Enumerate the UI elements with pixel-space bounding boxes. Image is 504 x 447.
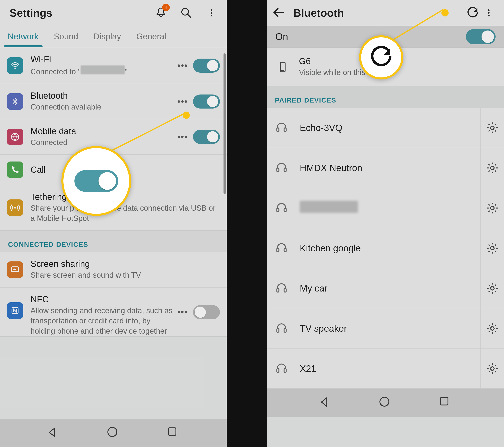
mobile-data-sub: Connected bbox=[31, 137, 177, 148]
device-name: X21 bbox=[300, 363, 316, 374]
row-bluetooth[interactable]: Bluetooth Connection available ••• bbox=[0, 84, 227, 119]
paired-device-row[interactable]: TV speaker bbox=[267, 308, 504, 348]
refresh-button[interactable] bbox=[465, 5, 481, 21]
bluetooth-status-label: On bbox=[275, 31, 288, 42]
tab-network[interactable]: Network bbox=[0, 26, 46, 47]
nav-home[interactable] bbox=[378, 396, 393, 410]
svg-rect-11 bbox=[168, 428, 176, 435]
wifi-sub: Connected to "" bbox=[31, 65, 177, 77]
screen-sharing-icon bbox=[7, 261, 23, 278]
device-name: Kitchen google bbox=[300, 243, 361, 253]
wifi-toggle[interactable] bbox=[193, 59, 220, 73]
headphones-icon bbox=[275, 282, 288, 295]
section-paired-devices: PAIRED DEVICES bbox=[267, 86, 504, 108]
wifi-more[interactable]: ••• bbox=[177, 60, 188, 71]
system-navbar bbox=[0, 419, 227, 447]
device-settings-button[interactable] bbox=[480, 148, 504, 188]
settings-header: Settings 1 bbox=[0, 0, 227, 26]
device-settings-button[interactable] bbox=[480, 188, 504, 228]
svg-point-3 bbox=[211, 12, 212, 14]
settings-title: Settings bbox=[10, 7, 153, 19]
svg-rect-33 bbox=[284, 328, 286, 332]
device-name-redacted bbox=[300, 201, 358, 213]
nav-back[interactable] bbox=[46, 426, 60, 440]
svg-rect-20 bbox=[277, 168, 279, 172]
paired-devices-list: Echo-3VQHMDX NeutronKitchen googleMy car… bbox=[267, 108, 504, 389]
svg-rect-35 bbox=[277, 369, 279, 372]
device-name: Echo-3VQ bbox=[300, 123, 342, 133]
nav-home[interactable] bbox=[106, 426, 120, 440]
mobile-data-toggle[interactable] bbox=[193, 130, 220, 144]
tab-general[interactable]: General bbox=[129, 26, 174, 47]
paired-device-row[interactable]: Kitchen google bbox=[267, 228, 504, 268]
headphones-icon bbox=[275, 121, 288, 134]
nav-recents[interactable] bbox=[166, 426, 180, 440]
device-settings-button[interactable] bbox=[480, 308, 504, 348]
bluetooth-master-toggle[interactable] bbox=[466, 29, 496, 44]
bluetooth-icon bbox=[7, 93, 23, 110]
svg-point-31 bbox=[490, 286, 494, 290]
headphones-icon bbox=[275, 161, 288, 175]
svg-rect-29 bbox=[277, 288, 279, 292]
row-wifi[interactable]: Wi-Fi Connected to "" ••• bbox=[0, 47, 227, 84]
screen-sharing-sub: Share screen and sound with TV bbox=[31, 270, 220, 280]
overflow-button[interactable] bbox=[203, 5, 219, 21]
nfc-icon bbox=[7, 302, 23, 319]
notifications-button[interactable]: 1 bbox=[153, 5, 169, 21]
scrollbar[interactable] bbox=[223, 53, 226, 194]
paired-device-row[interactable]: X21 bbox=[267, 348, 504, 389]
row-nfc[interactable]: NFC Allow sending and receiving data, su… bbox=[0, 287, 227, 337]
row-screen-sharing[interactable]: Screen sharing Share screen and sound wi… bbox=[0, 252, 227, 287]
callout-toggle bbox=[61, 146, 131, 216]
settings-list[interactable]: Wi-Fi Connected to "" ••• Bluetooth Conn… bbox=[0, 47, 227, 419]
device-settings-button[interactable] bbox=[480, 348, 504, 388]
svg-point-38 bbox=[380, 397, 389, 406]
paired-device-row[interactable] bbox=[267, 188, 504, 228]
system-navbar bbox=[267, 389, 504, 417]
settings-tabs: Network Sound Display General bbox=[0, 26, 227, 47]
search-icon bbox=[180, 6, 193, 19]
headphones-icon bbox=[275, 362, 288, 375]
tab-sound[interactable]: Sound bbox=[46, 26, 86, 47]
tethering-sub: Share your phone's mobile data connectio… bbox=[31, 203, 220, 224]
nfc-title: NFC bbox=[31, 294, 177, 304]
callout-anchor-dot bbox=[441, 9, 449, 17]
nfc-more[interactable]: ••• bbox=[177, 306, 188, 318]
svg-point-5 bbox=[15, 67, 16, 69]
call-icon bbox=[7, 161, 23, 178]
svg-point-37 bbox=[490, 367, 494, 370]
device-settings-button[interactable] bbox=[480, 108, 504, 148]
svg-rect-21 bbox=[284, 168, 286, 172]
svg-rect-24 bbox=[284, 208, 286, 212]
bluetooth-toggle[interactable] bbox=[193, 94, 220, 108]
svg-rect-39 bbox=[440, 398, 448, 405]
paired-device-row[interactable]: My car bbox=[267, 268, 504, 308]
svg-point-22 bbox=[490, 166, 494, 170]
bluetooth-overflow-button[interactable] bbox=[481, 5, 497, 21]
wifi-ssid-redacted bbox=[81, 65, 125, 74]
bluetooth-more[interactable]: ••• bbox=[177, 96, 188, 107]
nav-recents[interactable] bbox=[439, 396, 453, 410]
tab-display[interactable]: Display bbox=[86, 26, 129, 47]
notification-badge: 1 bbox=[162, 4, 170, 11]
svg-rect-30 bbox=[284, 288, 286, 292]
device-name: HMDX Neutron bbox=[300, 163, 362, 173]
mobile-data-more[interactable]: ••• bbox=[177, 131, 188, 143]
screen-sharing-title: Screen sharing bbox=[31, 259, 220, 269]
device-settings-button[interactable] bbox=[480, 268, 504, 308]
settings-screen: Settings 1 Network Sound bbox=[0, 0, 227, 447]
svg-point-0 bbox=[182, 8, 188, 15]
nav-back[interactable] bbox=[318, 396, 332, 410]
svg-rect-18 bbox=[284, 128, 286, 131]
nfc-toggle[interactable] bbox=[193, 305, 220, 319]
paired-device-row[interactable]: HMDX Neutron bbox=[267, 148, 504, 188]
svg-rect-36 bbox=[284, 369, 286, 372]
svg-line-1 bbox=[188, 15, 191, 18]
search-button[interactable] bbox=[178, 5, 194, 21]
paired-device-row[interactable]: Echo-3VQ bbox=[267, 108, 504, 148]
device-settings-button[interactable] bbox=[480, 228, 504, 268]
svg-point-7 bbox=[14, 207, 16, 209]
svg-point-4 bbox=[211, 15, 212, 16]
headphones-icon bbox=[275, 242, 288, 255]
back-button[interactable] bbox=[272, 5, 287, 20]
